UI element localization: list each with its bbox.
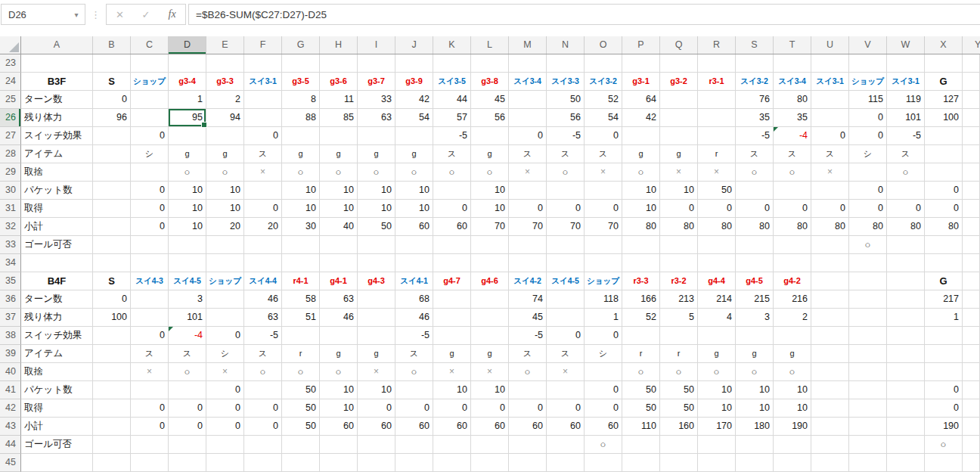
cell-K38[interactable] bbox=[433, 327, 471, 345]
cell-H23[interactable] bbox=[320, 54, 358, 73]
cell-J30[interactable]: 10 bbox=[395, 182, 433, 200]
cell-J32[interactable]: 60 bbox=[395, 218, 433, 236]
cell-A34[interactable] bbox=[21, 254, 93, 272]
cell-D31[interactable]: 10 bbox=[169, 200, 206, 218]
cell-R35[interactable]: g4-4 bbox=[698, 272, 736, 290]
row-header-28[interactable]: 28 bbox=[0, 145, 21, 163]
cell-U36[interactable] bbox=[811, 290, 849, 309]
cell-Q33[interactable] bbox=[660, 236, 698, 254]
cell-W33[interactable] bbox=[887, 236, 925, 254]
cell-V27[interactable]: 0 bbox=[849, 127, 887, 145]
row-header-26[interactable]: 26 bbox=[0, 109, 21, 127]
cell-S26[interactable]: 35 bbox=[736, 109, 774, 127]
cell-M26[interactable] bbox=[509, 109, 547, 127]
cell-B38[interactable] bbox=[93, 327, 131, 345]
cell-I25[interactable]: 33 bbox=[358, 91, 395, 109]
cell-J39[interactable]: ス bbox=[395, 345, 433, 363]
cell-Y45[interactable] bbox=[963, 454, 980, 472]
cell-L45[interactable] bbox=[471, 454, 509, 472]
name-box[interactable]: D26 ▾ bbox=[1, 4, 85, 25]
cell-A26[interactable]: 残り体力 bbox=[21, 109, 93, 127]
row-header-30[interactable]: 30 bbox=[0, 182, 21, 200]
cell-X41[interactable]: 0 bbox=[925, 381, 963, 399]
column-header-C[interactable]: C bbox=[131, 36, 169, 54]
cell-S31[interactable]: 0 bbox=[736, 200, 774, 218]
cell-O35[interactable]: ショップ bbox=[585, 272, 622, 290]
formula-input[interactable]: =$B26-SUM($C27:D27)-D25 bbox=[188, 4, 980, 25]
row-header-40[interactable]: 40 bbox=[0, 363, 21, 381]
cell-F32[interactable]: 20 bbox=[244, 218, 282, 236]
cell-G40[interactable]: ○ bbox=[282, 363, 320, 381]
cell-S41[interactable]: 10 bbox=[736, 381, 774, 399]
row-header-38[interactable]: 38 bbox=[0, 327, 21, 345]
cell-D39[interactable]: ス bbox=[169, 345, 206, 363]
cell-L33[interactable] bbox=[471, 236, 509, 254]
column-header-L[interactable]: L bbox=[471, 36, 509, 54]
cell-L25[interactable]: 45 bbox=[471, 91, 509, 109]
cell-S36[interactable]: 215 bbox=[736, 290, 774, 309]
cell-A24[interactable]: B3F bbox=[21, 73, 93, 91]
cell-J37[interactable]: 46 bbox=[395, 309, 433, 327]
cell-X37[interactable]: 1 bbox=[925, 309, 963, 327]
cell-G34[interactable] bbox=[282, 254, 320, 272]
cell-N24[interactable]: スイ3-3 bbox=[547, 73, 585, 91]
cell-S34[interactable] bbox=[736, 254, 774, 272]
cell-A36[interactable]: ターン数 bbox=[21, 290, 93, 309]
cell-R44[interactable] bbox=[698, 436, 736, 454]
cell-B36[interactable]: 0 bbox=[93, 290, 131, 309]
cell-U25[interactable] bbox=[811, 91, 849, 109]
cell-V38[interactable] bbox=[849, 327, 887, 345]
cell-M36[interactable]: 74 bbox=[509, 290, 547, 309]
cell-H32[interactable]: 40 bbox=[320, 218, 358, 236]
column-header-A[interactable]: A bbox=[21, 36, 93, 54]
cell-X26[interactable]: 100 bbox=[925, 109, 963, 127]
cell-N39[interactable]: ス bbox=[547, 345, 585, 363]
column-header-X[interactable]: X bbox=[925, 36, 963, 54]
cell-A29[interactable]: 取捨 bbox=[21, 163, 93, 182]
cell-K28[interactable]: ス bbox=[433, 145, 471, 163]
cell-H33[interactable] bbox=[320, 236, 358, 254]
cell-O43[interactable]: 60 bbox=[585, 418, 622, 436]
cell-E37[interactable] bbox=[206, 309, 244, 327]
cell-R31[interactable]: 0 bbox=[698, 200, 736, 218]
cell-B43[interactable] bbox=[93, 418, 131, 436]
cell-G27[interactable] bbox=[282, 127, 320, 145]
cell-Y24[interactable] bbox=[963, 73, 980, 91]
cell-N40[interactable]: × bbox=[547, 363, 585, 381]
cell-K35[interactable]: g4-7 bbox=[433, 272, 471, 290]
cell-A42[interactable]: 取得 bbox=[21, 399, 93, 418]
cell-N44[interactable] bbox=[547, 436, 585, 454]
cell-L30[interactable]: 10 bbox=[471, 182, 509, 200]
cell-Q26[interactable] bbox=[660, 109, 698, 127]
cell-U24[interactable]: スイ3-1 bbox=[811, 73, 849, 91]
cell-G44[interactable] bbox=[282, 436, 320, 454]
cell-D33[interactable] bbox=[169, 236, 206, 254]
row-header-37[interactable]: 37 bbox=[0, 309, 21, 327]
cell-X38[interactable] bbox=[925, 327, 963, 345]
cell-J38[interactable]: -5 bbox=[395, 327, 433, 345]
cell-W37[interactable] bbox=[887, 309, 925, 327]
cell-R23[interactable] bbox=[698, 54, 736, 73]
cell-I28[interactable]: g bbox=[358, 145, 395, 163]
cell-R36[interactable]: 214 bbox=[698, 290, 736, 309]
cell-J23[interactable] bbox=[395, 54, 433, 73]
cell-P32[interactable]: 80 bbox=[622, 218, 660, 236]
cell-D28[interactable]: g bbox=[169, 145, 206, 163]
cell-R33[interactable] bbox=[698, 236, 736, 254]
cell-H44[interactable] bbox=[320, 436, 358, 454]
cell-E25[interactable]: 2 bbox=[206, 91, 244, 109]
cell-B33[interactable] bbox=[93, 236, 131, 254]
cell-H36[interactable]: 63 bbox=[320, 290, 358, 309]
cell-B44[interactable] bbox=[93, 436, 131, 454]
cell-M44[interactable] bbox=[509, 436, 547, 454]
cell-O29[interactable]: × bbox=[585, 163, 622, 182]
cell-K37[interactable] bbox=[433, 309, 471, 327]
cell-W27[interactable]: -5 bbox=[887, 127, 925, 145]
cell-O44[interactable]: ○ bbox=[585, 436, 622, 454]
cell-K36[interactable] bbox=[433, 290, 471, 309]
cell-O25[interactable]: 52 bbox=[585, 91, 622, 109]
cell-H37[interactable]: 46 bbox=[320, 309, 358, 327]
cell-D34[interactable] bbox=[169, 254, 206, 272]
cell-I29[interactable]: ○ bbox=[358, 163, 395, 182]
cell-P43[interactable]: 110 bbox=[622, 418, 660, 436]
